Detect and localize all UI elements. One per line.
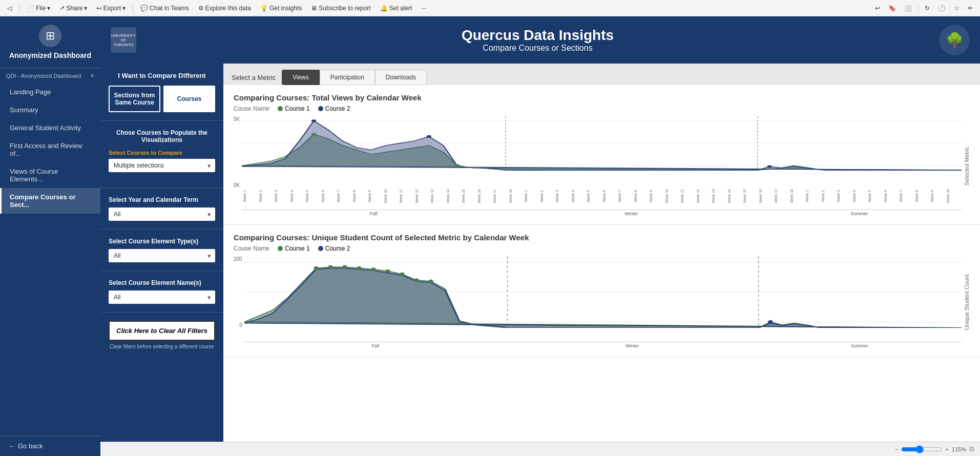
sidebar-app-title: Anonymized Dashboard bbox=[9, 51, 91, 59]
zoom-slider[interactable] bbox=[901, 445, 942, 453]
clock-button[interactable]: 🕐 bbox=[935, 4, 949, 13]
week-label: Week 6 bbox=[321, 189, 337, 203]
week-label: Week 18 bbox=[790, 189, 806, 203]
toolbar-right: ↩ 🔖 ⬜ ↻ 🕐 ☆ ✏ bbox=[872, 4, 976, 13]
zoom-in-icon[interactable]: + bbox=[945, 446, 948, 452]
week-label: Week 5 bbox=[868, 189, 884, 203]
file-icon: 📄 bbox=[27, 5, 34, 12]
course2-dot bbox=[318, 106, 323, 111]
chart2-svg bbox=[244, 256, 962, 328]
tab-downloads[interactable]: Downloads bbox=[375, 70, 427, 85]
sidebar-section-header[interactable]: QDI - Anonymized Dashboard ∧ bbox=[0, 68, 100, 83]
week-label: Week 12 bbox=[696, 189, 712, 203]
chart1-title: Comparing Courses: Total Views by Calend… bbox=[234, 93, 970, 102]
week-label: Week 1 bbox=[524, 189, 540, 203]
get-insights-button[interactable]: 💡 Get insights bbox=[257, 4, 305, 13]
element-type-select[interactable]: All bbox=[109, 249, 215, 262]
alert-button[interactable]: 🔔 Set alert bbox=[377, 4, 415, 13]
charts-area: Select a Metric Views Participation Down… bbox=[223, 64, 980, 442]
week-label: Week 8 bbox=[634, 189, 650, 203]
file-menu[interactable]: 📄 File ▾ bbox=[24, 4, 53, 13]
sidebar-item-landing[interactable]: Landing Page bbox=[0, 83, 100, 101]
legend-course1: Course 1 bbox=[278, 105, 310, 112]
share-menu[interactable]: ↗ Share ▾ bbox=[56, 4, 90, 13]
metric-tabs: Select a Metric Views Participation Down… bbox=[223, 64, 980, 85]
university-logo: UNIVERSITY OFTORONTO bbox=[111, 27, 136, 53]
subscribe-button[interactable]: 🖥 Subscribe to report bbox=[308, 4, 373, 13]
share-icon: ↗ bbox=[59, 5, 65, 12]
year-section: Select Year and Calendar Term All bbox=[100, 188, 223, 230]
week-label: Week 8 bbox=[352, 189, 368, 203]
sidebar-item-first-access[interactable]: First Access and Review of... bbox=[0, 137, 100, 162]
week-label: Week 16 bbox=[759, 189, 775, 203]
year-title: Select Year and Calendar Term bbox=[109, 196, 215, 203]
window-button[interactable]: ⬜ bbox=[901, 4, 915, 13]
clear-filters-button[interactable]: Click Here to Clear All Filters bbox=[109, 321, 215, 341]
course1-dot2 bbox=[278, 246, 283, 251]
svg-point-28 bbox=[768, 320, 773, 324]
week-label: Week 3 bbox=[837, 189, 852, 203]
zoom-out-icon[interactable]: − bbox=[895, 446, 898, 452]
toolbar-separator bbox=[133, 4, 133, 13]
sidebar-logo-icon: ⊞ bbox=[39, 25, 61, 47]
sidebar-item-summary[interactable]: Summary bbox=[0, 101, 100, 119]
sections-button[interactable]: Sections from Same Course bbox=[109, 86, 160, 112]
edit-button[interactable]: ✏ bbox=[965, 4, 976, 13]
courses-select[interactable]: Multiple selections bbox=[109, 159, 215, 172]
week-label: Week 13 bbox=[430, 189, 446, 203]
tab-participation[interactable]: Participation bbox=[320, 70, 375, 85]
week-label: Week 5 bbox=[305, 189, 321, 203]
legend-course2: Course 2 bbox=[318, 105, 350, 112]
tab-views[interactable]: Views bbox=[282, 70, 320, 85]
element-type-title: Select Course Element Type(s) bbox=[109, 238, 215, 245]
courses-button[interactable]: Courses bbox=[163, 86, 215, 112]
report-emblem: 🌳 bbox=[939, 25, 970, 55]
report-title-block: Quercus Data Insights Compare Courses or… bbox=[462, 27, 614, 53]
legend2-course1: Course 1 bbox=[278, 245, 310, 252]
status-bar: − + 115% ⊡ bbox=[100, 442, 980, 456]
bookmark-button[interactable]: 🔖 bbox=[885, 4, 899, 13]
sidebar-item-compare[interactable]: Compare Courses or Sect... bbox=[0, 188, 100, 214]
chart1-y-max: 5K bbox=[234, 116, 240, 122]
week-label: Week 7 bbox=[618, 189, 634, 203]
star-button[interactable]: ☆ bbox=[951, 4, 963, 13]
sidebar: ⊞ Anonymized Dashboard QDI - Anonymized … bbox=[0, 16, 100, 456]
element-name-select[interactable]: All bbox=[109, 291, 215, 304]
undo-button[interactable]: ↩ bbox=[872, 4, 883, 13]
explore-icon: ⚙ bbox=[198, 5, 204, 12]
chart2-container: Comparing Courses: Unique Student Count … bbox=[223, 225, 980, 357]
go-back-button[interactable]: ← Go back bbox=[0, 436, 100, 456]
week-label: Week 15 bbox=[743, 189, 759, 203]
svg-point-24 bbox=[385, 270, 390, 273]
sidebar-item-views[interactable]: Views of Course Elements... bbox=[0, 162, 100, 188]
insights-icon: 💡 bbox=[260, 5, 268, 12]
teams-icon: 💬 bbox=[140, 5, 148, 12]
left-panel: I Want to Compare Different Sections fro… bbox=[100, 64, 223, 442]
export-menu[interactable]: ↤ Export ▾ bbox=[93, 4, 129, 13]
svg-point-20 bbox=[328, 265, 332, 269]
week-label: Week 9 bbox=[649, 189, 665, 203]
week-label: Week 17 bbox=[774, 189, 790, 203]
svg-point-19 bbox=[314, 266, 318, 270]
refresh-button[interactable]: ↻ bbox=[922, 4, 933, 13]
svg-point-11 bbox=[767, 165, 772, 168]
course-filter-section: Chose Courses to Populate the Visualizat… bbox=[100, 121, 223, 188]
back-button[interactable]: ◁ bbox=[4, 4, 15, 13]
explore-data-button[interactable]: ⚙ Explore this data bbox=[195, 4, 254, 13]
element-type-section: Select Course Element Type(s) All bbox=[100, 230, 223, 271]
year-select-wrapper: All bbox=[109, 208, 215, 221]
back-arrow-icon: ← bbox=[8, 442, 15, 450]
chart1-wrapper: 5K 0K bbox=[234, 116, 970, 216]
svg-point-26 bbox=[414, 278, 419, 282]
dropdown-icon: ▾ bbox=[122, 5, 126, 12]
sidebar-item-general[interactable]: General Student Activity bbox=[0, 119, 100, 137]
week-label: Week 16 bbox=[477, 189, 493, 203]
courses-select-wrapper: Multiple selections bbox=[109, 159, 215, 172]
element-type-select-wrapper: All bbox=[109, 249, 215, 262]
chat-teams-button[interactable]: 💬 Chat in Teams bbox=[137, 4, 192, 13]
course2-dot2 bbox=[318, 246, 323, 251]
week-label: Week 11 bbox=[680, 189, 696, 203]
more-menu[interactable]: ··· bbox=[418, 4, 429, 13]
fit-icon[interactable]: ⊡ bbox=[969, 446, 974, 452]
year-select[interactable]: All bbox=[109, 208, 215, 221]
